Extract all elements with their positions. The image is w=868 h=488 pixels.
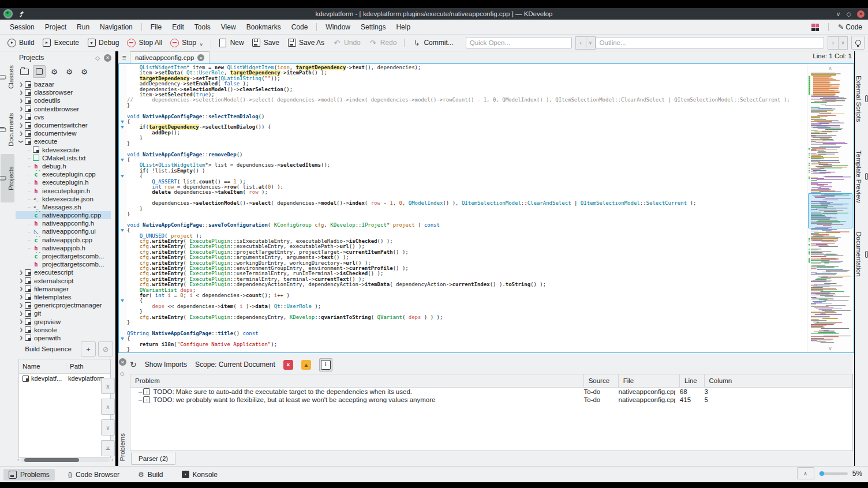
table-row[interactable]: kdevplatf...kdevplatform: [19, 374, 110, 383]
gear-sync-icon[interactable]: ⚙: [63, 65, 76, 78]
chevron-down-icon[interactable]: ∨: [200, 42, 203, 47]
area-switcher-icon[interactable]: [811, 24, 819, 31]
minimap-viewport[interactable]: [808, 193, 852, 228]
fold-marker-icon[interactable]: [121, 126, 124, 129]
next-context-buttons[interactable]: ›∨: [828, 36, 848, 50]
expand-icon[interactable]: ❯: [18, 114, 24, 119]
float-problems-icon[interactable]: ◇: [120, 370, 128, 377]
expand-icon[interactable]: ❯: [18, 278, 24, 283]
error-flag-icon[interactable]: ×: [283, 360, 293, 370]
document-tab[interactable]: nativeappconfig.cpp ×: [130, 51, 209, 64]
statusbar-konsole[interactable]: ›Konsole: [177, 469, 223, 481]
statusbar-problems[interactable]: Problems: [3, 469, 55, 481]
tree-item-git[interactable]: ❯git: [16, 309, 111, 317]
move-top-button[interactable]: ∧: [101, 378, 115, 394]
menu-view[interactable]: View: [216, 20, 241, 34]
column-header-column[interactable]: Column: [705, 374, 852, 387]
previous-context-buttons[interactable]: ‹∨: [575, 36, 596, 50]
expand-icon[interactable]: ❯: [18, 82, 24, 87]
right-tab-template-preview[interactable]: Template Preview: [855, 139, 868, 214]
menu-edit[interactable]: Edit: [167, 20, 189, 34]
tree-item-nativeappjob-cpp[interactable]: –c··nativeappjob.cpp: [16, 236, 111, 244]
new-button[interactable]: New: [215, 37, 248, 49]
menu-project[interactable]: Project: [40, 20, 72, 34]
tree-item-messages-sh[interactable]: –>_Messages.sh: [16, 203, 111, 211]
menu-navigation[interactable]: Navigation: [95, 20, 138, 34]
tree-item-nativeappconfig-h[interactable]: –hnativeappconfig.h: [16, 219, 111, 227]
move-up-button[interactable]: ∧: [101, 399, 115, 415]
minimize-button[interactable]: ∨: [836, 10, 840, 18]
right-tab-external-scripts[interactable]: External Scripts: [855, 63, 868, 134]
sidebar-tab-documents[interactable]: Documents: [1, 103, 14, 156]
tree-item-genericprojectmanager[interactable]: ❯genericprojectmanager: [16, 301, 111, 309]
build-button[interactable]: Build: [3, 37, 39, 49]
expand-icon[interactable]: ❯: [18, 319, 24, 324]
column-header-line[interactable]: Line: [680, 374, 705, 387]
quick-open-input[interactable]: [466, 37, 572, 48]
menu-settings[interactable]: Settings: [356, 20, 391, 34]
close-problems-icon[interactable]: ×: [119, 358, 126, 366]
tree-item-projecttargetscomb-[interactable]: –hprojecttargetscomb...: [16, 260, 111, 268]
menu-tools[interactable]: Tools: [189, 20, 216, 34]
tree-item-kdevexecute[interactable]: –kdevexecute: [16, 146, 111, 154]
commit-button[interactable]: ↳Commit...: [408, 37, 457, 49]
tree-item-nativeappconfig-ui[interactable]: –◺nativeappconfig.ui: [16, 227, 111, 235]
fold-marker-icon[interactable]: [121, 299, 124, 302]
tree-item-nativeappconfig-cpp[interactable]: –c··nativeappconfig.cpp: [16, 211, 111, 219]
tree-item-filemanager[interactable]: ❯filemanager: [16, 285, 111, 293]
fold-marker-icon[interactable]: [121, 229, 124, 232]
expand-icon[interactable]: ❯: [18, 335, 24, 340]
float-panel-icon[interactable]: ◇: [95, 55, 100, 61]
collapse-icon[interactable]: ❯: [18, 138, 24, 145]
code-text[interactable]: QListWidgetItem* item = new QListWidgetI…: [127, 65, 807, 352]
tree-item-debug-h[interactable]: –hdebug.h: [16, 162, 111, 170]
tree-item-executeplugin-cpp[interactable]: –c··executeplugin.cpp: [16, 170, 111, 178]
expand-icon[interactable]: ❯: [18, 286, 24, 291]
tree-item-documentswitcher[interactable]: ❯documentswitcher: [16, 121, 111, 129]
menu-window[interactable]: Window: [320, 20, 356, 34]
move-down-button[interactable]: ∨: [101, 419, 115, 436]
close-panel-icon[interactable]: ×: [104, 54, 111, 62]
redo-button[interactable]: ↷Redo: [365, 37, 401, 49]
statusbar-build[interactable]: ⚙Build: [133, 469, 168, 481]
tree-item-codeutils[interactable]: ❯codeutils: [16, 96, 111, 104]
statusbar-code-browser[interactable]: {}Code Browser: [63, 469, 125, 481]
open-project-icon[interactable]: [18, 65, 31, 78]
column-header-file[interactable]: File: [619, 374, 680, 387]
sidebar-tab-classes[interactable]: Classes: [1, 56, 14, 99]
minimap-down-icon[interactable]: ∨: [807, 346, 853, 351]
outline-input[interactable]: [596, 37, 824, 48]
execute-button[interactable]: Execute: [39, 37, 83, 49]
tree-item-externalscript[interactable]: ❯externalscript: [16, 277, 111, 285]
expand-icon[interactable]: ❯: [18, 131, 24, 136]
fold-marker-icon[interactable]: [121, 159, 124, 162]
menu-bookmarks[interactable]: Bookmarks: [241, 20, 286, 34]
zoom-slider[interactable]: [819, 472, 848, 475]
stop-all-button[interactable]: Stop All: [123, 37, 166, 49]
tree-item-contextbrowser[interactable]: ❯contextbrowser: [16, 105, 111, 113]
close-button[interactable]: ×: [857, 10, 865, 18]
project-filter-icon[interactable]: [33, 65, 46, 78]
warning-flag-icon[interactable]: ▲: [301, 360, 311, 370]
fold-margin[interactable]: [119, 65, 127, 352]
tree-item-projecttargetscomb-[interactable]: –c··projecttargetscomb...: [16, 252, 111, 260]
tree-item-filetemplates[interactable]: ❯filetemplates: [16, 293, 111, 301]
menu-help[interactable]: Help: [391, 20, 416, 34]
expand-icon[interactable]: ❯: [18, 90, 24, 95]
refresh-icon[interactable]: ↻: [130, 360, 137, 369]
tree-item-nativeappjob-h[interactable]: –hnativeappjob.h: [16, 244, 111, 252]
problem-row[interactable]: –iTODO: we probably want to flexibilize,…: [130, 396, 852, 404]
right-tab-documentation[interactable]: Documentation: [855, 214, 868, 295]
expand-icon[interactable]: ❯: [18, 98, 24, 103]
minimap-up-icon[interactable]: ∧: [807, 65, 853, 71]
undo-button[interactable]: ↶Undo: [328, 37, 365, 49]
menu-run[interactable]: Run: [72, 20, 95, 34]
show-imports-button[interactable]: Show Imports: [145, 361, 187, 369]
tree-item-executescript[interactable]: ❯executescript: [16, 268, 111, 276]
info-flag-icon[interactable]: i: [319, 358, 332, 371]
problem-row[interactable]: –iTODO: Make sure to auto-add the execut…: [130, 388, 852, 396]
column-header-path[interactable]: Path: [66, 363, 84, 370]
fold-marker-icon[interactable]: [121, 337, 124, 340]
menu-file[interactable]: File: [145, 20, 167, 34]
add-to-build-sequence-button[interactable]: +: [81, 341, 96, 356]
